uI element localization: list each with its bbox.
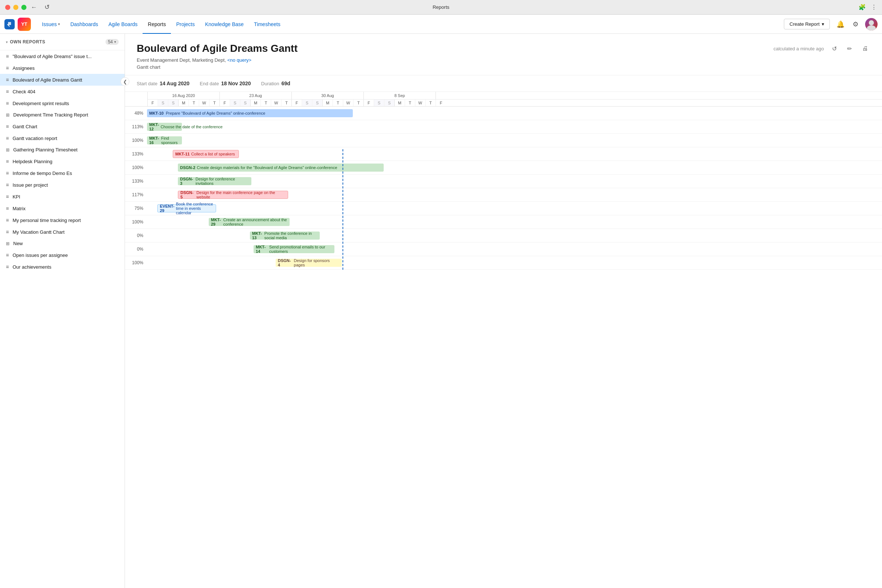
sidebar-item-label: Gathering Planning Timesheet [13,147,119,153]
gantt-bar-dsgn-3[interactable]: DSGN-3 Design for conference invitations [178,177,251,185]
day-cell-weekend: S [384,100,395,106]
duration-value: 69d [282,81,290,86]
day-cell: F [436,100,446,106]
list-icon: ≡ [6,77,9,82]
content-header: Boulevard of Agile Dreams Gantt calculat… [125,34,882,75]
sidebar-item-label: My Vacation Gantt Chart [12,230,119,235]
nav-item-knowledge-base[interactable]: Knowledge Base [200,15,249,34]
sidebar-collapse-chevron[interactable]: ▾ [6,40,8,44]
gantt-row: 113% MKT-12 Choose the date of the confe… [125,120,882,134]
day-cell: T [405,100,415,106]
gantt-timeline: MKT-12 Choose the date of the conference [147,120,882,134]
refresh-button[interactable]: ↺ [43,3,51,12]
day-cell: T [426,100,436,106]
sidebar-item-matrix[interactable]: ≡ Matrix [0,202,124,214]
day-cell: T [210,100,220,106]
sidebar-item-label: Helpdesk Planning [12,159,119,164]
sidebar-item-label: New [13,241,119,246]
sidebar-toggle-button[interactable]: ❮ [120,77,129,86]
gantt-bar-dsgn-5[interactable]: DSGN-5 Design for the main conference pa… [178,191,288,199]
gantt-row: 0% MKT-14 Send promotional emails to our… [125,243,882,256]
gantt-bar-event-29[interactable]: EVENT-29 Book the conference time in eve… [157,204,216,212]
no-query-link[interactable]: <no query> [227,57,251,63]
notifications-icon[interactable]: 🔔 [835,19,846,30]
sidebar-item-gathering[interactable]: ⊞ Gathering Planning Timesheet [0,144,124,156]
gantt-timeline: MKT-29 Create an announcement about the … [147,215,882,229]
sidebar-item-gantt-chart[interactable]: ≡ Gantt Chart [0,120,124,132]
gantt-pct: 100% [125,165,147,170]
gantt-row: 100% MKT-16 Find sponsors [125,134,882,147]
sidebar-item-vacation-gantt[interactable]: ≡ My Vacation Gantt Chart [0,226,124,238]
report-subtitle: Event Management Dept, Marketing Dept, <… [137,57,870,63]
calculated-timestamp: calculated a minute ago [774,46,824,51]
gantt-bar-mkt-12[interactable]: MKT-12 Choose the date of the conference [147,123,182,131]
gantt-bar-mkt-29[interactable]: MKT-29 Create an announcement about the … [209,218,290,226]
sidebar-item-achievements[interactable]: ≡ Our achievements [0,261,124,273]
puzzle-icon[interactable]: 🧩 [858,4,866,10]
gantt-bar-mkt-10[interactable]: MKT-10 Prepare "Boulevard of Agile Dream… [147,109,353,117]
list-icon: ≡ [6,135,9,141]
nav-item-dashboards[interactable]: Dashboards [65,15,103,34]
day-cell: W [415,100,426,106]
list-icon: ≡ [6,229,9,235]
sidebar: ▾ OWN REPORTS 54 ▾ ≡ "Boulevard of Agile… [0,34,125,588]
gantt-bar-mkt-16[interactable]: MKT-16 Find sponsors [147,136,182,144]
gantt-bar-mkt-14[interactable]: MKT-14 Send promotional emails to our cu… [254,245,334,253]
sidebar-item-issue-per-project[interactable]: ≡ Issue per project [0,179,124,191]
sidebar-item-informe[interactable]: ≡ Informe de tiempo Demo Es [0,167,124,179]
user-avatar[interactable] [865,18,878,30]
sidebar-item-helpdesk[interactable]: ≡ Helpdesk Planning [0,156,124,167]
create-report-button[interactable]: Create Report ▾ [784,19,830,29]
sidebar-item-new[interactable]: ⊞ New [0,238,124,249]
list-icon: ≡ [6,158,9,164]
gantt-row: 48% MKT-10 Prepare "Boulevard of Agile D… [125,106,882,120]
print-button[interactable]: 🖨 [860,44,870,53]
create-report-chevron: ▾ [822,21,824,27]
sidebar-header-left: ▾ OWN REPORTS [6,39,45,45]
nav-item-reports[interactable]: Reports [142,15,171,34]
recalculate-button[interactable]: ↺ [830,44,839,54]
gantt-bar-dsgn-2[interactable]: DSGN-2 Create design materials for the "… [178,164,384,172]
gantt-bar-mkt-11[interactable]: MKT-11 Collect a list of speakers [173,150,239,158]
sidebar-item-label: Development Time Tracking Report [13,112,119,118]
more-options-icon[interactable]: ⋮ [871,4,877,10]
edit-button[interactable]: ✏ [845,44,854,54]
nav-item-issues[interactable]: Issues ▾ [37,15,65,34]
content-area: Boulevard of Agile Dreams Gantt calculat… [125,34,882,588]
gantt-pct: 100% [125,138,147,143]
settings-icon[interactable]: ⚙ [851,19,860,30]
gantt-timeline: DSGN-4 Design for sponsors pages [147,256,882,269]
sidebar-item-dev-sprint[interactable]: ≡ Development sprint results [0,98,124,109]
maximize-button[interactable] [21,5,27,10]
sidebar-item-label: Open issues per assignee [12,252,119,258]
sidebar-item-boulevard-issue[interactable]: ≡ "Boulevard of Agile Dreams" issue t... [0,50,124,62]
day-cell: W [199,100,210,106]
minimize-button[interactable] [13,5,18,10]
app-icon [4,19,15,29]
nav-item-agile-boards[interactable]: Agile Boards [103,15,142,34]
grid-icon: ⊞ [6,112,9,118]
gantt-bar-mkt-13[interactable]: MKT-13 Promote the conference in social … [250,231,320,240]
day-cell: M [322,100,333,106]
sidebar-item-kpi[interactable]: ≡ KPI [0,191,124,202]
gantt-row: 100% DSGN-2 Create design materials for … [125,161,882,175]
back-button[interactable]: ← [29,3,39,12]
sidebar-item-open-issues[interactable]: ≡ Open issues per assignee [0,249,124,261]
nav-item-projects[interactable]: Projects [171,15,200,34]
close-button[interactable] [5,5,10,10]
sidebar-item-boulevard-gantt[interactable]: ≡ Boulevard of Agile Dreams Gantt [0,74,124,86]
window-controls[interactable] [5,5,27,10]
sidebar-item-gantt-vacation[interactable]: ≡ Gantt vacation report [0,132,124,144]
nav-item-timesheets[interactable]: Timesheets [249,15,285,34]
gantt-bar-dsgn-4[interactable]: DSGN-4 Design for sponsors pages [276,259,342,267]
day-cell: T [354,100,364,106]
sidebar-item-personal-tracking[interactable]: ≡ My personal time tracking report [0,214,124,226]
gantt-pct: 113% [125,124,147,129]
sidebar-item-check-404[interactable]: ≡ Check 404 [0,86,124,98]
gantt-timeline: MKT-11 Collect a list of speakers [147,147,882,160]
day-cell: T [282,100,292,106]
sidebar-count-badge[interactable]: 54 ▾ [105,39,119,45]
duration-item: Duration 69d [261,81,290,86]
sidebar-item-dev-time[interactable]: ⊞ Development Time Tracking Report [0,109,124,120]
sidebar-item-assignees[interactable]: ≡ Assignees [0,62,124,74]
